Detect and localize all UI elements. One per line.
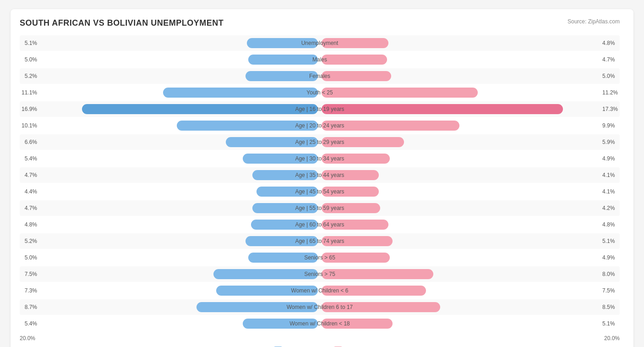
row-inner: 11.1% Youth < 25 11.2% <box>20 88 620 98</box>
row-inner: 6.6% Age | 25 to 29 years 5.9% <box>20 137 620 147</box>
chart-row: 16.9% Age | 16 to 19 years 17.3% <box>20 101 620 117</box>
left-value: 10.1% <box>20 122 37 129</box>
bar-left <box>248 55 318 65</box>
bar-right <box>322 71 391 81</box>
chart-title: SOUTH AFRICAN VS BOLIVIAN UNEMPLOYMENT <box>20 18 224 28</box>
right-value: 4.1% <box>602 188 620 195</box>
bar-left-wrap <box>39 187 318 197</box>
row-inner: 7.5% Seniors > 75 8.0% <box>20 269 620 279</box>
right-section: 4.9% <box>320 253 620 263</box>
chart-header: SOUTH AFRICAN VS BOLIVIAN UNEMPLOYMENT S… <box>20 18 620 28</box>
bar-right-wrap <box>322 286 600 296</box>
left-value: 4.8% <box>20 221 37 228</box>
right-value: 8.0% <box>602 271 620 277</box>
row-inner: 4.8% Age | 60 to 64 years 4.8% <box>20 220 620 230</box>
left-section: 5.2% <box>20 236 320 246</box>
left-value: 5.0% <box>20 56 37 63</box>
bar-left <box>252 170 318 180</box>
bar-left-wrap <box>39 170 318 180</box>
bar-right <box>322 302 440 312</box>
chart-row: 6.6% Age | 25 to 29 years 5.9% <box>20 134 620 150</box>
left-section: 10.1% <box>20 121 320 131</box>
right-value: 4.1% <box>602 172 620 178</box>
left-value: 11.1% <box>20 89 37 96</box>
row-inner: 5.4% Age | 30 to 34 years 4.9% <box>20 154 620 164</box>
bar-right <box>322 220 388 230</box>
left-value: 5.0% <box>20 254 37 261</box>
axis-row: 20.0% 20.0% <box>20 335 620 341</box>
right-section: 8.0% <box>320 269 620 279</box>
bar-right-wrap <box>322 121 600 131</box>
right-section: 7.5% <box>320 286 620 296</box>
right-value: 17.3% <box>602 106 620 112</box>
left-value: 5.1% <box>20 40 37 46</box>
left-section: 5.4% <box>20 319 320 329</box>
bar-left-wrap <box>39 154 318 164</box>
right-value: 8.5% <box>602 304 620 310</box>
bar-left <box>252 203 318 213</box>
right-section: 5.1% <box>320 319 620 329</box>
bar-left-wrap <box>39 253 318 263</box>
left-value: 4.7% <box>20 172 37 178</box>
left-section: 16.9% <box>20 104 320 114</box>
row-inner: 5.4% Women w/ Children < 18 5.1% <box>20 319 620 329</box>
bar-right <box>322 170 379 180</box>
bar-left <box>243 154 318 164</box>
row-inner: 16.9% Age | 16 to 19 years 17.3% <box>20 104 620 114</box>
bar-right <box>322 104 563 114</box>
chart-row: 4.7% Age | 35 to 44 years 4.1% <box>20 167 620 183</box>
bar-right <box>322 137 404 147</box>
chart-source: Source: ZipAtlas.com <box>568 18 620 25</box>
right-section: 17.3% <box>320 104 620 114</box>
chart-row: 5.4% Age | 30 to 34 years 4.9% <box>20 151 620 166</box>
bar-right-wrap <box>322 104 600 114</box>
left-section: 4.8% <box>20 220 320 230</box>
right-value: 4.7% <box>602 56 620 63</box>
left-section: 5.2% <box>20 71 320 81</box>
row-inner: 7.3% Women w/ Children < 6 7.5% <box>20 286 620 296</box>
bar-left-wrap <box>39 286 318 296</box>
chart-row: 5.2% Age | 65 to 74 years 5.1% <box>20 233 620 249</box>
bar-left <box>246 236 318 246</box>
chart-row: 5.2% Females 5.0% <box>20 68 620 84</box>
right-value: 4.2% <box>602 205 620 211</box>
chart-row: 7.5% Seniors > 75 8.0% <box>20 266 620 282</box>
right-section: 5.9% <box>320 137 620 147</box>
left-section: 7.3% <box>20 286 320 296</box>
bar-left-wrap <box>39 38 318 48</box>
bar-left-wrap <box>39 137 318 147</box>
right-section: 9.9% <box>320 121 620 131</box>
bar-left <box>248 253 318 263</box>
bar-right-wrap <box>322 55 600 65</box>
left-value: 5.2% <box>20 73 37 79</box>
right-section: 4.1% <box>320 170 620 180</box>
left-section: 5.0% <box>20 55 320 65</box>
bar-right <box>322 236 393 246</box>
bar-right <box>322 253 390 263</box>
bar-left-wrap <box>39 71 318 81</box>
right-section: 5.0% <box>320 71 620 81</box>
row-inner: 5.0% Males 4.7% <box>20 55 620 65</box>
bar-left-wrap <box>39 319 318 329</box>
bar-left-wrap <box>39 121 318 131</box>
chart-row: 5.0% Males 4.7% <box>20 52 620 67</box>
left-section: 8.7% <box>20 302 320 312</box>
left-value: 7.5% <box>20 271 37 277</box>
bar-left <box>216 286 318 296</box>
left-value: 7.3% <box>20 287 37 294</box>
bar-right <box>322 38 388 48</box>
chart-row: 4.4% Age | 45 to 54 years 4.1% <box>20 184 620 199</box>
right-section: 4.9% <box>320 154 620 164</box>
row-inner: 4.7% Age | 35 to 44 years 4.1% <box>20 170 620 180</box>
row-inner: 5.2% Age | 65 to 74 years 5.1% <box>20 236 620 246</box>
bar-right-wrap <box>322 88 600 98</box>
right-section: 5.1% <box>320 236 620 246</box>
bar-right-wrap <box>322 71 600 81</box>
chart-row: 5.1% Unemployment 4.8% <box>20 35 620 51</box>
bar-right <box>322 203 380 213</box>
right-section: 4.8% <box>320 220 620 230</box>
bar-left <box>82 104 318 114</box>
bar-right-wrap <box>322 38 600 48</box>
right-value: 4.8% <box>602 40 620 46</box>
bar-right-wrap <box>322 203 600 213</box>
